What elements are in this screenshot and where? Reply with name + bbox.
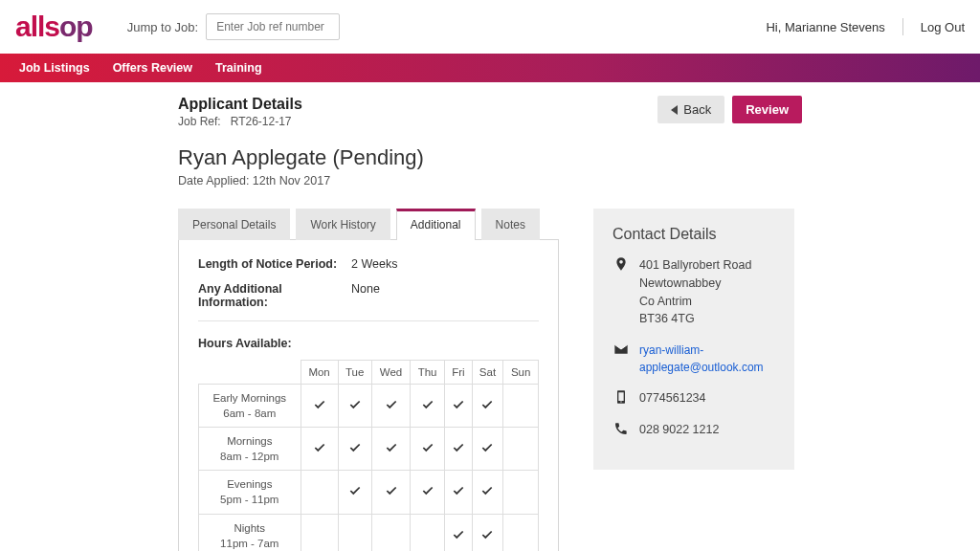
logout-link[interactable]: Log Out	[921, 20, 965, 34]
availability-cell	[371, 514, 410, 551]
job-ref: Job Ref: RT26-12-17	[178, 115, 542, 128]
availability-cell	[338, 514, 371, 551]
review-button[interactable]: Review	[732, 96, 802, 123]
check-icon	[452, 445, 465, 456]
back-arrow-icon	[671, 105, 678, 115]
logo[interactable]: allsop	[15, 11, 93, 43]
check-icon	[421, 402, 434, 413]
contact-address-text: 401 Ballyrobert RoadNewtownabbeyCo Antri…	[639, 256, 751, 328]
tab-work-history[interactable]: Work History	[296, 209, 390, 240]
nav-offers-review[interactable]: Offers Review	[113, 61, 192, 75]
tab-panel-additional: Length of Notice Period: 2 Weeks Any Add…	[178, 239, 559, 551]
mobile-icon	[612, 389, 630, 408]
greeting-text: Hi, Marianne Stevens	[766, 20, 884, 34]
availability-cell	[445, 428, 473, 471]
separator	[902, 18, 903, 35]
tabs: Personal Details Work History Additional…	[178, 209, 559, 240]
check-icon	[385, 488, 398, 499]
contact-landline: 028 9022 1212	[612, 421, 775, 439]
tab-personal-details[interactable]: Personal Details	[178, 209, 290, 240]
availability-cell	[472, 428, 503, 471]
contact-details-panel: Contact Details 401 Ballyrobert RoadNewt…	[593, 209, 794, 470]
contact-mobile: 0774561234	[612, 389, 775, 408]
back-button[interactable]: Back	[657, 96, 724, 123]
day-header: Sun	[503, 361, 539, 385]
availability-cell	[371, 428, 410, 471]
contact-landline-value: 028 9022 1212	[639, 421, 719, 439]
availability-cell	[301, 428, 338, 471]
slot-label: Early Mornings6am - 8am	[199, 385, 301, 428]
back-button-label: Back	[683, 102, 711, 117]
review-button-label: Review	[746, 102, 789, 117]
date-applied-label: Date Applied:	[178, 174, 249, 187]
additional-info-value: None	[351, 282, 380, 309]
job-ref-label: Job Ref:	[178, 115, 221, 128]
mail-icon	[612, 342, 630, 376]
date-applied: Date Applied: 12th Nov 2017	[178, 174, 542, 187]
jump-to-job-input[interactable]	[206, 13, 340, 40]
slot-label: Mornings8am - 12pm	[199, 428, 301, 471]
availability-cell	[445, 385, 473, 428]
availability-cell	[503, 385, 539, 428]
availability-cell	[411, 385, 445, 428]
contact-email-link[interactable]: ryan-william-applegate@outlook.com	[639, 342, 775, 376]
tab-additional[interactable]: Additional	[396, 209, 476, 240]
nav-job-listings[interactable]: Job Listings	[19, 61, 90, 75]
hours-available-title: Hours Available:	[198, 337, 539, 350]
check-icon	[385, 402, 398, 413]
primary-nav: Job Listings Offers Review Training	[0, 54, 980, 82]
date-applied-value: 12th Nov 2017	[253, 174, 330, 187]
logo-right: op	[59, 11, 93, 42]
check-icon	[480, 488, 494, 499]
jump-to-job-label: Jump to Job:	[127, 20, 198, 34]
availability-cell	[371, 385, 410, 428]
availability-cell	[411, 428, 445, 471]
day-header: Sat	[472, 361, 503, 385]
contact-address: 401 Ballyrobert RoadNewtownabbeyCo Antri…	[612, 256, 775, 328]
availability-cell	[371, 471, 410, 514]
logo-left: alls	[15, 11, 59, 42]
check-icon	[348, 402, 362, 413]
availability-cell	[472, 471, 503, 514]
availability-cell	[301, 471, 338, 514]
check-icon	[385, 445, 398, 456]
contact-email: ryan-william-applegate@outlook.com	[612, 342, 775, 376]
availability-cell	[472, 514, 503, 551]
top-bar: allsop Jump to Job: Hi, Marianne Stevens…	[0, 0, 980, 54]
additional-info-label: Any Additional Information:	[198, 282, 351, 309]
day-header: Tue	[338, 361, 371, 385]
applicant-name: Ryan Applegate (Pending)	[178, 145, 542, 170]
slot-label: Evenings5pm - 11pm	[199, 471, 301, 514]
check-icon	[421, 445, 434, 456]
availability-cell	[472, 385, 503, 428]
availability-cell	[338, 385, 371, 428]
availability-cell	[445, 471, 473, 514]
tab-notes[interactable]: Notes	[481, 209, 540, 240]
day-header: Fri	[445, 361, 473, 385]
availability-cell	[445, 514, 473, 551]
hours-row: Nights11pm - 7am	[199, 514, 539, 551]
check-icon	[348, 488, 362, 499]
hours-row: Early Mornings6am - 8am	[199, 385, 539, 428]
availability-cell	[503, 428, 539, 471]
check-icon	[452, 532, 465, 543]
contact-mobile-value: 0774561234	[639, 389, 706, 408]
day-header: Wed	[371, 361, 410, 385]
check-icon	[421, 488, 434, 499]
notice-period-label: Length of Notice Period:	[198, 257, 351, 271]
availability-cell	[411, 471, 445, 514]
check-icon	[480, 402, 494, 413]
notice-period-value: 2 Weeks	[351, 257, 397, 271]
day-header: Mon	[301, 361, 338, 385]
slot-label: Nights11pm - 7am	[199, 514, 301, 551]
availability-cell	[301, 385, 338, 428]
check-icon	[313, 402, 326, 413]
contact-details-title: Contact Details	[612, 226, 775, 243]
check-icon	[452, 402, 465, 413]
hours-table: MonTueWedThuFriSatSun Early Mornings6am …	[198, 360, 539, 551]
divider	[198, 320, 539, 321]
availability-cell	[503, 514, 539, 551]
availability-cell	[338, 428, 371, 471]
map-pin-icon	[612, 256, 630, 328]
nav-training[interactable]: Training	[215, 61, 262, 75]
